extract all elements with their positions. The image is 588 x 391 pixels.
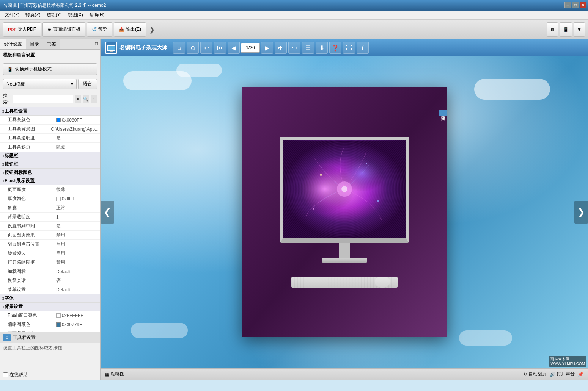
tree-item-flip-effect: 页面翻页效果 禁用 [0,231,100,240]
logo-text: 名编辑电子杂志大师 [119,44,167,51]
tree-item-load-icon: 加载图标 Default [0,267,100,276]
nav-first-button[interactable]: ⏮ [214,42,226,54]
bottom-right-controls: ↻ 自动翻页 🔊 打开声音 📌 [524,371,583,377]
page-edit-button[interactable]: ⚙ 页面编辑面板 [42,22,85,37]
nav-list-button[interactable]: ☰ [302,42,314,54]
preview-area: 名编辑电子杂志大师 ⌂ ⊕ ↩ ⏮ ◀ ▶ ⏭ ↪ ☰ ⬇ ❓ ⛶ i [101,39,588,380]
svg-point-5 [294,159,370,219]
toolbar-more-button[interactable]: ❯ [148,25,156,34]
tree-group-buttonbar[interactable]: □ 按钮栏 [0,160,100,169]
color-swatch [56,197,61,201]
search-advanced-button[interactable]: ↑ [91,95,97,103]
search-input[interactable] [13,95,73,103]
menu-view[interactable]: 视图(X) [65,11,86,19]
auto-flip-icon: ↻ [524,372,527,377]
minimize-button[interactable]: ─ [564,2,571,8]
tree-group-titlebar[interactable]: □ 标题栏 [0,152,100,160]
page-number-input[interactable] [241,43,260,53]
monitor-display [283,140,406,238]
title-text: 名编辑 [广州万彩信息技术有限公司 2.3.4] -- demo2 [3,2,106,9]
nav-home-button[interactable]: ⌂ [173,42,185,54]
preview-canvas: ❮ [101,56,588,368]
nav-next-button[interactable]: ▶ [261,42,273,54]
side-tab[interactable]: 佳人美导刊 [439,110,447,116]
online-help-label[interactable]: 在线帮助 [9,372,28,378]
tab-design-settings[interactable]: 设计设置 [0,39,26,49]
color-swatch [56,322,61,327]
color-swatch [56,313,61,318]
nav-prev-button[interactable]: ◀ [228,42,240,54]
nav-last-button[interactable]: ⏭ [275,42,287,54]
export-label: 输出(E) [126,26,141,33]
nav-help-button[interactable]: ❓ [329,42,341,54]
mobile-icon: 📱 [7,67,13,72]
nav-arrow-right[interactable]: ❯ [574,201,588,224]
menu-convert[interactable]: 转换(Z) [22,11,43,19]
cloud-decoration [176,64,222,77]
search-clear-button[interactable]: ✕ [75,95,81,103]
export-button[interactable]: 📤 输出(E) [114,22,146,37]
desc-title: 工具栏设置 [13,335,36,341]
sound-button[interactable]: 🔊 打开声音 [550,371,575,377]
template-select-button[interactable]: Neat模板 ▾ [3,79,77,89]
left-panel: 设计设置 目录 书签 □ 模板和语言设置 📱 切换到手机版模式 Neat模板 ▾… [0,39,101,380]
preview-toolbar: 名编辑电子杂志大师 ⌂ ⊕ ↩ ⏮ ◀ ▶ ⏭ ↪ ☰ ⬇ ❓ ⛶ i [101,39,588,56]
thumbnail-icon: ▦ [105,372,109,377]
desc-content: 设置工具栏上的图标或者按钮 [0,343,100,362]
watermark-line1: 雨林★木风 [550,357,585,362]
svg-rect-3 [110,51,113,52]
svg-point-10 [366,163,367,164]
thumbnail-button[interactable]: ▦ 缩略图 [105,371,124,377]
menu-help[interactable]: 帮助(H) [86,11,108,19]
page-edit-label: 页面编辑面板 [53,26,80,33]
close-button[interactable]: ✕ [580,2,586,8]
menu-options[interactable]: 选项(Y) [44,11,65,19]
page-edit-icon: ⚙ [47,27,52,32]
nav-zoom-in-button[interactable]: ⊕ [187,42,199,54]
tree-group-toolbar[interactable]: □ 工具栏设置 [0,107,100,116]
tree-group-bg[interactable]: □ 背景设置 [0,303,100,311]
tree-item-bg-opacity: 背景透明度 1 [0,213,100,222]
switch-mobile-button[interactable]: 📱 切换到手机版模式 [3,63,97,75]
tree-item-flash-window-color: Flash窗口颜色 0xFFFFFF [0,311,100,320]
tree-item-toolbar-bg: 工具条背景图 C:\Users\Zhuang\App... [0,125,100,134]
tab-toc[interactable]: 目录 [26,39,43,49]
nav-redo-button[interactable]: ↪ [288,42,300,54]
nav-arrow-left[interactable]: ❮ [101,201,114,224]
pin-button[interactable]: 📌 [578,372,583,377]
logo-icon [105,42,117,54]
mouse [375,277,390,288]
language-button[interactable]: 语言 [78,79,97,89]
menubar: 文件(Z) 转换(Z) 选项(Y) 视图(X) 帮助(H) [0,11,588,20]
main-area: 设计设置 目录 书签 □ 模板和语言设置 📱 切换到手机版模式 Neat模板 ▾… [0,39,588,380]
tree-group-button-icon-color[interactable]: □ 按钮图标颜色 [0,169,100,177]
tree-group-font[interactable]: □ 字体 [0,294,100,303]
tab-bookmark[interactable]: 书签 [43,39,60,49]
search-find-button[interactable]: 🔍 [83,95,89,103]
main-toolbar: PDF 导入PDF ⚙ 页面编辑面板 ↺ 预览 📤 输出(E) ❯ 🖥 📱 ▼ [0,20,588,39]
keyboard-area [291,266,398,288]
view-expand-button[interactable]: ▼ [574,22,585,37]
auto-flip-button[interactable]: ↻ 自动翻页 [524,371,547,377]
sound-label: 打开声音 [557,371,575,377]
template-section-header: 模板和语言设置 [0,50,100,61]
view-desktop-button[interactable]: 🖥 [547,22,558,37]
svg-rect-4 [283,141,406,238]
maximize-button[interactable]: □ [572,2,579,8]
nav-fullscreen-button[interactable]: ⛶ [343,42,355,54]
svg-point-11 [313,208,314,210]
nav-undo-button[interactable]: ↩ [200,42,212,54]
panel-expand-button[interactable]: □ [93,39,100,49]
search-row: 搜索: ✕ 🔍 ↑ [3,92,97,105]
online-help-checkbox[interactable] [3,372,8,377]
preview-button[interactable]: ↺ 预览 [87,22,112,37]
tree-group-flash[interactable]: □ Flash展示设置 [0,177,100,185]
preview-label: 预览 [98,26,107,33]
window-controls: ─ □ ✕ [564,2,586,8]
watermark: 雨林★木风 WWW.YLMFU.COM [549,356,586,367]
nav-download-button[interactable]: ⬇ [316,42,328,54]
import-pdf-button[interactable]: PDF 导入PDF [3,22,41,37]
view-mobile-button[interactable]: 📱 [560,22,572,37]
menu-file[interactable]: 文件(Z) [2,11,22,19]
nav-info-button[interactable]: i [357,42,369,54]
